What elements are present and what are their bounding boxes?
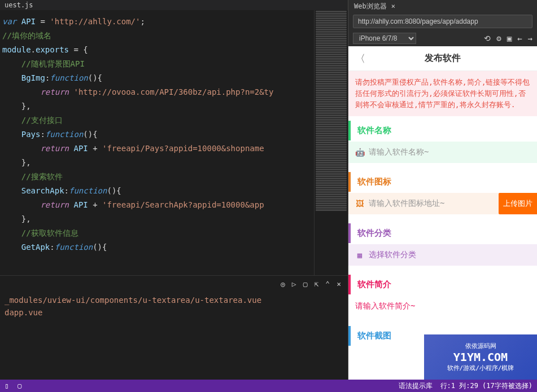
terminal-line: dapp.vue xyxy=(5,306,343,319)
page-title: 发布软件 xyxy=(425,52,461,64)
icon-placeholder: 请输入软件图标地址~ xyxy=(369,199,494,209)
chevron-up-icon[interactable]: ⌃ xyxy=(325,280,330,288)
watermark: 依依源码网 Y1YM.COM 软件/游戏/小程序/棋牌 xyxy=(424,334,537,380)
back-icon[interactable]: ← xyxy=(517,34,522,43)
code-area[interactable]: var API = 'http://ahlly.com/'; //填你的域名 m… xyxy=(0,10,348,275)
browser-tab-title: Web浏览器 xyxy=(354,2,387,11)
browser-viewport: 〈 发布软件 请勿投稿严重侵权产品,软件名称,简介,链接等不得包括任何形式的引流… xyxy=(348,46,537,380)
screenshot-icon[interactable]: ▣ xyxy=(507,34,512,43)
terminal-toolbar: ◎ ▷ ▢ ⇱ ⌃ ⨯ xyxy=(0,276,348,292)
section-title-icon: 软件图标 xyxy=(348,172,537,192)
editor-pane: uest.js var API = 'http://ahlly.com/'; /… xyxy=(0,0,348,380)
device-select[interactable]: iPhone 6/7/8 xyxy=(353,33,416,44)
grid-icon: ▦ xyxy=(355,250,364,259)
intro-input[interactable]: 请输入软件简介~ xyxy=(348,296,537,317)
section-title-category: 软件分类 xyxy=(348,223,537,243)
code-content[interactable]: var API = 'http://ahlly.com/'; //填你的域名 m… xyxy=(0,10,314,275)
category-placeholder: 选择软件分类 xyxy=(369,250,530,260)
browser-pane: Web浏览器 × iPhone 6/7/8 ⟲ ⚙ ▣ ← → 〈 发布软件 请… xyxy=(348,0,537,380)
target-icon[interactable]: ◎ xyxy=(281,280,285,288)
section-title-name: 软件名称 xyxy=(348,121,537,140)
android-icon: 🤖 xyxy=(355,148,364,157)
url-bar xyxy=(348,12,537,30)
run-icon[interactable]: ▷ xyxy=(292,280,296,288)
device-toolbar: iPhone 6/7/8 ⟲ ⚙ ▣ ← → xyxy=(348,30,537,46)
category-select[interactable]: ▦ 选择软件分类 xyxy=(348,244,537,266)
stop-icon[interactable]: ▢ xyxy=(303,280,308,288)
editor-tab[interactable]: uest.js xyxy=(0,0,348,10)
grammar-hint[interactable]: 语法提示库 xyxy=(399,381,433,391)
section-title-intro: 软件简介 xyxy=(348,275,537,294)
terminal-line: _modules/uview-ui/components/u-textarea/… xyxy=(5,294,343,306)
name-input[interactable]: 🤖 请输入软件名称~ xyxy=(348,142,537,163)
icon-input[interactable]: 🖼 请输入软件图标地址~ 上传图片 xyxy=(348,193,537,214)
gear-icon[interactable]: ⚙ xyxy=(496,34,501,43)
warning-banner: 请勿投稿严重侵权产品,软件名称,简介,链接等不得包括任何形式的引流行为,必须保证… xyxy=(348,71,537,116)
panel-icon[interactable]: ▢ xyxy=(18,382,21,390)
app-header: 〈 发布软件 xyxy=(348,46,537,71)
terminal-content[interactable]: _modules/uview-ui/components/u-textarea/… xyxy=(0,292,348,380)
image-icon: 🖼 xyxy=(355,199,364,208)
close-icon[interactable]: ⨯ xyxy=(337,280,341,288)
rotate-icon[interactable]: ⟲ xyxy=(484,34,491,43)
close-icon[interactable]: × xyxy=(391,2,395,10)
status-bar: ▯ ▢ 语法提示库 行:1 列:29 (17字符被选择) xyxy=(0,380,537,392)
name-placeholder: 请输入软件名称~ xyxy=(369,147,530,157)
minimap[interactable] xyxy=(314,10,348,275)
cursor-position[interactable]: 行:1 列:29 (17字符被选择) xyxy=(440,381,532,391)
browser-tab[interactable]: Web浏览器 × xyxy=(348,0,537,12)
terminal-icon[interactable]: ▯ xyxy=(5,382,8,390)
forward-icon[interactable]: → xyxy=(528,34,532,43)
back-icon[interactable]: 〈 xyxy=(355,52,365,65)
url-input[interactable] xyxy=(353,15,532,28)
upload-button[interactable]: 上传图片 xyxy=(499,193,537,214)
terminal-area: ◎ ▷ ▢ ⇱ ⌃ ⨯ _modules/uview-ui/components… xyxy=(0,275,348,380)
export-icon[interactable]: ⇱ xyxy=(315,280,319,288)
